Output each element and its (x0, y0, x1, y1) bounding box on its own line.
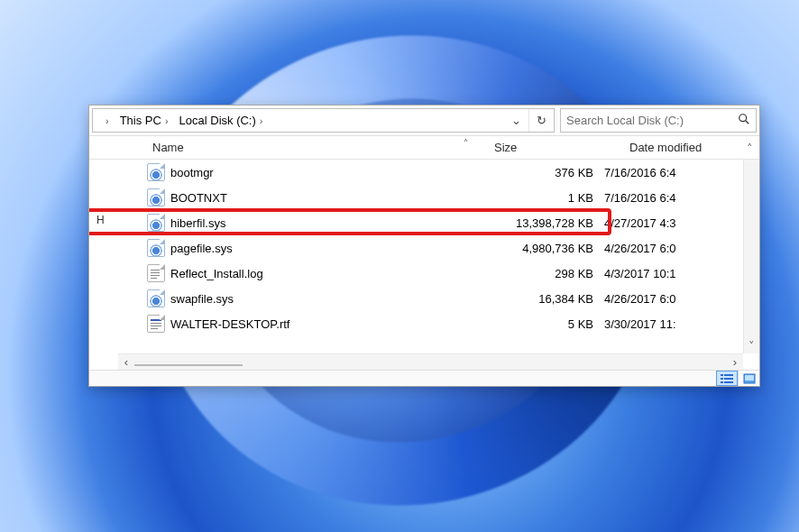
column-header-date[interactable]: Date modified (624, 136, 759, 159)
column-label: Size (494, 141, 517, 154)
column-label: Name (152, 141, 184, 154)
file-name: BOOTNXT (170, 191, 469, 205)
file-date-modified: 3/30/2017 11: (604, 317, 739, 331)
chevron-right-icon: › (165, 115, 169, 126)
svg-line-1 (746, 121, 748, 124)
svg-rect-2 (721, 374, 723, 376)
view-details-button[interactable] (716, 371, 738, 386)
file-row[interactable]: WALTER-DESKTOP.rtf5 KB3/30/2017 11: (147, 311, 743, 336)
file-date-modified: 7/16/2016 6:4 (604, 191, 739, 205)
file-size: 13,398,728 KB (469, 216, 604, 230)
file-list: bootmgr376 KB7/16/2016 6:4BOOTNXT1 KB7/1… (89, 160, 743, 353)
status-bar (89, 370, 759, 386)
column-header-size[interactable]: Size (489, 136, 624, 159)
scroll-down-button[interactable]: ˅ (744, 337, 759, 353)
chevron-right-icon: › (733, 355, 737, 369)
history-dropdown-button[interactable]: ⌄ (503, 109, 528, 132)
chevron-down-icon: ˅ (748, 339, 755, 353)
horizontal-thumb[interactable] (134, 364, 243, 366)
file-date-modified: 4/3/2017 10:1 (604, 267, 739, 280)
large-icons-view-icon (743, 373, 756, 384)
scroll-left-button[interactable]: ‹ (118, 354, 134, 370)
svg-rect-4 (721, 378, 723, 380)
sort-ascending-icon: ˄ (464, 138, 468, 148)
refresh-icon: ↻ (537, 114, 546, 127)
file-size: 1 KB (469, 191, 604, 205)
system-file-icon (147, 239, 165, 257)
breadcrumb-root-chevron[interactable]: › (96, 109, 115, 132)
file-size: 5 KB (469, 317, 604, 331)
file-date-modified: 4/27/2017 4:3 (604, 216, 739, 230)
system-file-icon (147, 163, 165, 181)
file-row[interactable]: pagefile.sys4,980,736 KB4/26/2017 6:0 (147, 235, 743, 261)
file-name: swapfile.sys (170, 292, 469, 306)
column-label: Date modified (629, 141, 702, 154)
details-view-icon (721, 373, 733, 384)
chevron-down-icon: ⌄ (511, 114, 521, 127)
vertical-scrollbar[interactable]: ˅ (743, 160, 759, 353)
file-row[interactable]: Reflect_Install.log298 KB4/3/2017 10:1 (147, 261, 743, 286)
file-size: 298 KB (469, 267, 604, 280)
file-date-modified: 4/26/2017 6:0 (604, 292, 739, 306)
chevron-right-icon: › (106, 115, 109, 126)
text-file-icon (147, 264, 165, 282)
rtf-file-icon (147, 315, 165, 333)
file-name: WALTER-DESKTOP.rtf (170, 317, 469, 331)
horizontal-scrollbar[interactable]: ‹ › (118, 353, 743, 370)
column-header-name[interactable]: Name ˄ (147, 136, 489, 159)
file-name: hiberfil.sys (170, 216, 469, 230)
svg-point-0 (739, 115, 747, 122)
svg-rect-3 (724, 374, 733, 376)
svg-rect-7 (724, 381, 733, 383)
system-file-icon (147, 188, 165, 206)
scroll-up-button[interactable]: ˄ (741, 136, 758, 160)
system-file-icon (147, 289, 165, 307)
file-size: 376 KB (469, 166, 604, 179)
address-bar[interactable]: › This PC › Local Disk (C:) › ⌄ ↻ (92, 108, 555, 133)
file-name: pagefile.sys (170, 242, 469, 255)
file-row[interactable]: BOOTNXT1 KB7/16/2016 6:4 (147, 185, 743, 210)
breadcrumb-this-pc[interactable]: This PC › (115, 109, 174, 132)
file-size: 16,384 KB (469, 292, 604, 306)
chevron-up-icon: ˄ (747, 142, 753, 155)
svg-rect-5 (724, 378, 733, 380)
column-headers: Name ˄ Size Date modified ˄ (89, 136, 759, 160)
file-row[interactable]: swapfile.sys16,384 KB4/26/2017 6:0 (147, 286, 743, 311)
search-icon (738, 113, 750, 128)
file-date-modified: 4/26/2017 6:0 (604, 242, 739, 255)
file-size: 4,980,736 KB (469, 242, 604, 255)
breadcrumb-local-disk-c[interactable]: Local Disk (C:) › (174, 109, 269, 132)
chevron-right-icon: › (260, 115, 263, 126)
file-row[interactable]: bootmgr376 KB7/16/2016 6:4 (147, 160, 743, 185)
file-explorer-window: › This PC › Local Disk (C:) › ⌄ ↻ Search… (88, 105, 760, 387)
chevron-left-icon: ‹ (124, 355, 128, 369)
view-large-icons-button[interactable] (738, 371, 759, 386)
refresh-button[interactable]: ↻ (528, 109, 554, 132)
search-input[interactable]: Search Local Disk (C:) (560, 108, 757, 133)
scroll-right-button[interactable]: › (727, 354, 743, 370)
svg-rect-6 (721, 381, 723, 383)
file-name: bootmgr (170, 166, 469, 179)
breadcrumb-label: Local Disk (C:) (179, 114, 256, 127)
svg-rect-9 (745, 375, 754, 381)
search-placeholder: Search Local Disk (C:) (566, 114, 732, 127)
file-date-modified: 7/16/2016 6:4 (604, 166, 739, 179)
system-file-icon (147, 214, 165, 232)
breadcrumb-label: This PC (120, 114, 161, 127)
address-row: › This PC › Local Disk (C:) › ⌄ ↻ Search… (89, 105, 759, 136)
file-row[interactable]: hiberfil.sys13,398,728 KB4/27/2017 4:3 (147, 210, 743, 235)
file-name: Reflect_Install.log (170, 267, 469, 280)
